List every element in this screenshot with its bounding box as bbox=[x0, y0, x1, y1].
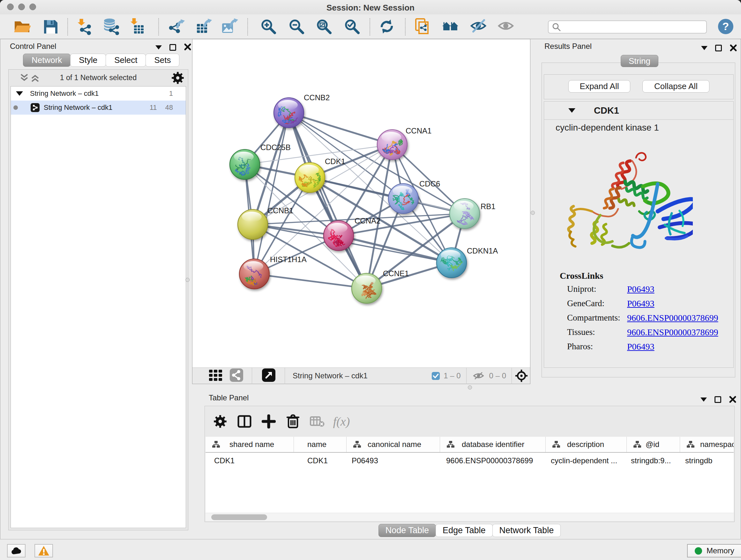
network-options-gear-icon[interactable] bbox=[172, 71, 184, 84]
expand-all-button[interactable]: Expand All bbox=[568, 80, 630, 92]
graph-node-CDC6[interactable] bbox=[388, 184, 418, 213]
table-panel-float-icon[interactable] bbox=[715, 396, 721, 403]
control-panel-close-icon[interactable] bbox=[184, 43, 192, 51]
graph-node-RB1[interactable] bbox=[450, 199, 480, 229]
table-tab-network-table[interactable]: Network Table bbox=[492, 524, 561, 537]
table-panel-close-icon[interactable] bbox=[729, 395, 737, 403]
table-tab-edge-table[interactable]: Edge Table bbox=[435, 524, 493, 537]
copy-share-icon[interactable] bbox=[412, 16, 432, 37]
graph-node-CDKN1A[interactable] bbox=[436, 248, 467, 278]
table-options-gear-icon[interactable] bbox=[208, 415, 232, 428]
table-row[interactable]: CDK1CDK1P064939606.ENSP00000378699cyclin… bbox=[205, 453, 734, 469]
import-network-icon[interactable] bbox=[74, 16, 94, 37]
graph-node-CCNE1[interactable] bbox=[352, 273, 382, 303]
column-header-namespace[interactable]: namespace bbox=[680, 437, 734, 452]
column-header-name[interactable]: name bbox=[294, 437, 347, 452]
crosslink-link[interactable]: P06493 bbox=[627, 341, 655, 352]
birdseye-grid-icon[interactable] bbox=[208, 368, 223, 384]
graph-node-CCNB1[interactable] bbox=[238, 209, 268, 240]
search-box[interactable] bbox=[548, 20, 707, 34]
status-bar: Memory bbox=[0, 539, 741, 560]
column-header-database-identifier[interactable]: database identifier bbox=[440, 437, 546, 452]
results-panel-float-icon[interactable] bbox=[715, 45, 722, 51]
fit-selected-crosshair-icon[interactable] bbox=[515, 369, 528, 382]
table-horizontal-scrollbar[interactable] bbox=[205, 513, 734, 521]
crosslink-row: Pharos:P06493 bbox=[560, 338, 726, 353]
share-network-icon[interactable] bbox=[229, 368, 244, 383]
results-panel-close-icon[interactable] bbox=[730, 44, 737, 52]
collection-expand-icon[interactable] bbox=[16, 91, 23, 96]
column-header-shared-name[interactable]: shared name bbox=[205, 437, 294, 452]
refresh-icon[interactable] bbox=[377, 16, 397, 37]
table-panel-tabs: Node TableEdge TableNetwork Table bbox=[198, 524, 741, 537]
section-expand-icon[interactable] bbox=[568, 108, 576, 113]
network-collection-row[interactable]: String Network – cdk1 1 bbox=[11, 86, 186, 101]
right-splitter-handle[interactable] bbox=[531, 211, 535, 215]
bottom-splitter-handle[interactable] bbox=[468, 385, 472, 389]
node-table: shared namenamecanonical namedatabase id… bbox=[205, 437, 734, 521]
memory-button[interactable]: Memory bbox=[687, 544, 741, 557]
network-row[interactable]: String Network – cdk1 11 48 bbox=[11, 101, 186, 115]
table-toolbar: f(x) bbox=[205, 406, 734, 437]
control-panel-menu-icon[interactable] bbox=[155, 45, 162, 50]
table-tab-node-table[interactable]: Node Table bbox=[379, 524, 436, 537]
control-panel-float-icon[interactable] bbox=[170, 44, 176, 51]
export-table-icon[interactable] bbox=[194, 16, 214, 37]
import-database-icon[interactable] bbox=[100, 16, 120, 37]
zoom-selected-icon[interactable] bbox=[341, 16, 362, 37]
crosslink-link[interactable]: 9606.ENSP00000378699 bbox=[627, 313, 718, 323]
zoom-out-icon[interactable] bbox=[286, 16, 307, 37]
control-tab-style[interactable]: Style bbox=[70, 54, 106, 67]
warning-button[interactable] bbox=[35, 544, 53, 557]
column-header-description[interactable]: description bbox=[546, 437, 627, 452]
cloud-button[interactable] bbox=[7, 544, 25, 557]
delete-column-trash-icon[interactable] bbox=[281, 414, 305, 429]
graph-node-CCNA1[interactable] bbox=[377, 130, 407, 160]
table-columns-icon[interactable] bbox=[232, 415, 257, 428]
graph-node-CDK1[interactable] bbox=[295, 163, 325, 192]
hide-selected-icon[interactable] bbox=[468, 16, 488, 37]
window-title: Session: New Session bbox=[0, 3, 741, 13]
delete-table-icon bbox=[305, 416, 329, 427]
zoom-fit-icon[interactable] bbox=[313, 16, 334, 37]
column-header-canonical-name[interactable]: canonical name bbox=[347, 437, 440, 452]
zoom-in-icon[interactable] bbox=[258, 16, 278, 37]
graph-node-CDC25B[interactable] bbox=[230, 149, 260, 179]
control-tab-select[interactable]: Select bbox=[106, 54, 146, 67]
crosslink-link[interactable]: 9606.ENSP00000378699 bbox=[627, 327, 718, 337]
show-all-icon[interactable] bbox=[495, 16, 516, 37]
cell-description: cyclin-dependent ... bbox=[551, 453, 627, 469]
home-icon[interactable] bbox=[441, 16, 461, 37]
graph-node-HIST1H1A[interactable] bbox=[239, 259, 269, 289]
network-canvas[interactable]: CCNB2CCNA1CDC25BCDK1CDC6RB1CCNB1CCNA2CDK… bbox=[192, 39, 530, 368]
collapse-all-button[interactable]: Collapse All bbox=[643, 80, 710, 92]
cloud-icon bbox=[10, 547, 22, 555]
help-icon[interactable]: ? bbox=[716, 16, 736, 37]
graph-node-CCNB2[interactable] bbox=[274, 98, 304, 128]
search-input[interactable] bbox=[561, 22, 706, 33]
crosslink-link[interactable]: P06493 bbox=[627, 299, 655, 309]
function-builder-icon[interactable]: f(x) bbox=[329, 415, 354, 428]
crosslink-link[interactable]: P06493 bbox=[627, 284, 655, 294]
control-tab-sets[interactable]: Sets bbox=[145, 54, 179, 67]
save-session-icon[interactable] bbox=[40, 16, 61, 37]
protein-section-header[interactable]: CDK1 bbox=[544, 102, 733, 120]
open-in-new-window-icon[interactable] bbox=[262, 368, 276, 383]
expand-all-tree-icon[interactable] bbox=[30, 73, 41, 83]
scrollbar-thumb[interactable] bbox=[211, 514, 267, 520]
add-column-icon[interactable] bbox=[257, 415, 281, 428]
control-tab-network[interactable]: Network bbox=[23, 54, 71, 67]
export-image-icon[interactable] bbox=[219, 16, 240, 37]
import-table-icon[interactable] bbox=[126, 16, 147, 37]
results-tab-string[interactable]: String bbox=[621, 55, 658, 67]
graph-node-CCNA2[interactable] bbox=[324, 221, 354, 251]
left-splitter-handle[interactable] bbox=[185, 278, 190, 282]
crosslink-label: GeneCard: bbox=[567, 299, 604, 308]
collapse-all-tree-icon[interactable] bbox=[19, 73, 30, 83]
crosslink-label: Compartments: bbox=[567, 313, 620, 323]
column-header-@id[interactable]: @id bbox=[627, 437, 680, 452]
table-panel-menu-icon[interactable] bbox=[700, 397, 707, 401]
open-session-icon[interactable] bbox=[11, 16, 32, 37]
results-panel-menu-icon[interactable] bbox=[701, 46, 708, 50]
export-network-icon[interactable] bbox=[167, 16, 188, 37]
